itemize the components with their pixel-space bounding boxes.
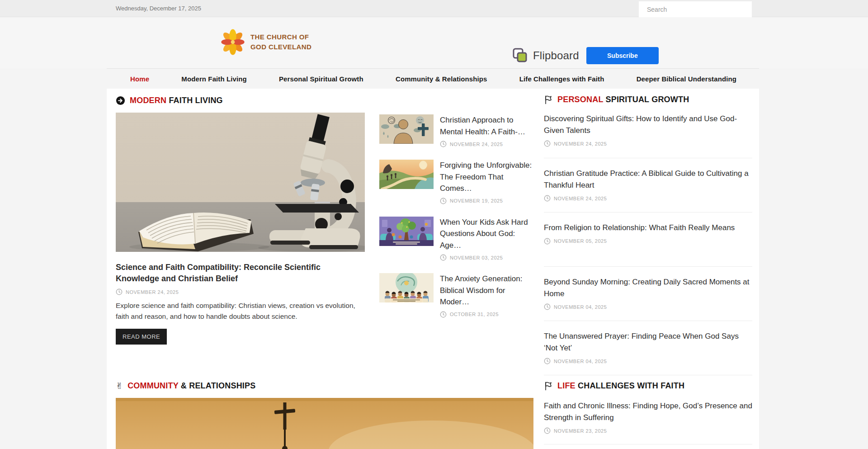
article-dateline: NOVEMBER 04, 2025 — [544, 303, 752, 310]
nav-item-deeper-biblical-understanding[interactable]: Deeper Biblical Understanding — [637, 75, 736, 83]
article-date: NOVEMBER 24, 2025 — [554, 196, 607, 201]
article-date: NOVEMBER 23, 2025 — [554, 428, 607, 434]
site-title-line2: GOD CLEVELAND — [250, 42, 311, 52]
article-dateline: NOVEMBER 24, 2025 — [544, 140, 752, 147]
clock-icon — [440, 254, 447, 261]
list-item[interactable]: Christian Approach to Mental Health: A F… — [379, 114, 535, 147]
list-item[interactable]: From Religion to Relationship: What Fait… — [544, 213, 752, 267]
site-title: THE CHURCH OF GOD CLEVELAND — [250, 32, 311, 52]
featured-article-image[interactable] — [116, 113, 365, 252]
article-title[interactable]: Christian Approach to Mental Health: A F… — [440, 114, 535, 137]
list-item-text: When Your Kids Ask Hard Questions About … — [440, 217, 535, 261]
article-title[interactable]: The Anxiety Generation: Biblical Wisdom … — [440, 273, 535, 308]
site-title-line1: THE CHURCH OF — [250, 32, 311, 42]
clock-icon — [440, 198, 447, 204]
featured-article-dateline: NOVEMBER 24, 2025 — [116, 288, 365, 295]
article-date: NOVEMBER 19, 2025 — [450, 198, 503, 203]
flower-logo-icon — [220, 29, 246, 55]
list-item[interactable]: Discovering Spiritual Gifts: How to Iden… — [544, 113, 752, 158]
section-header: PERSONAL SPIRITUAL GROWTH — [544, 94, 752, 105]
nav-item-personal-spiritual-growth[interactable]: Personal Spiritual Growth — [279, 75, 363, 83]
nav-item-modern-faith-living[interactable]: Modern Faith Living — [181, 75, 246, 83]
section-header: ✌ COMMUNITY & RELATIONSHIPS — [116, 380, 533, 391]
article-dateline: NOVEMBER 05, 2025 — [544, 238, 752, 245]
subscribe-button[interactable]: Subscribe — [586, 47, 659, 64]
article-title[interactable]: Christian Gratitude Practice: A Biblical… — [544, 168, 752, 191]
article-date: NOVEMBER 05, 2025 — [554, 238, 607, 244]
article-date: OCTOBER 31, 2025 — [450, 312, 499, 317]
main-nav: Home Modern Faith Living Personal Spirit… — [107, 68, 759, 89]
flag-icon — [544, 95, 553, 104]
arrow-circle-right-icon — [116, 96, 125, 105]
article-title[interactable]: Faith and Chronic Illness: Finding Hope,… — [544, 400, 752, 423]
section-header: MODERN FAITH LIVING — [116, 95, 365, 106]
victory-hand-icon: ✌ — [116, 382, 123, 390]
list-item-text: Forgiving the Unforgivable: The Freedom … — [440, 160, 535, 204]
article-title[interactable]: Forgiving the Unforgivable: The Freedom … — [440, 160, 535, 194]
clock-icon — [544, 427, 551, 434]
article-date: NOVEMBER 04, 2025 — [554, 304, 607, 310]
article-title[interactable]: Discovering Spiritual Gifts: How to Iden… — [544, 113, 752, 136]
section-title: LIFE CHALLENGES WITH FAITH — [557, 381, 684, 391]
flipboard-squares-icon — [512, 47, 528, 64]
section-title: PERSONAL SPIRITUAL GROWTH — [557, 95, 689, 104]
article-thumbnail[interactable] — [379, 273, 434, 302]
featured-article-excerpt: Explore science and faith compatibility:… — [116, 300, 365, 322]
list-item[interactable]: Forgiving the Unforgivable: The Freedom … — [379, 160, 535, 204]
clock-icon — [440, 311, 447, 318]
article-thumbnail[interactable] — [379, 217, 434, 246]
article-dateline: NOVEMBER 19, 2025 — [440, 198, 535, 204]
article-title[interactable]: The Unanswered Prayer: Finding Peace Whe… — [544, 331, 752, 354]
search-input[interactable] — [639, 1, 752, 17]
list-item[interactable]: The Unanswered Prayer: Finding Peace Whe… — [544, 321, 752, 375]
article-dateline: OCTOBER 31, 2025 — [440, 311, 535, 318]
list-item[interactable]: The Anxiety Generation: Biblical Wisdom … — [379, 273, 535, 318]
list-item[interactable]: When Your Kids Ask Hard Questions About … — [379, 217, 535, 261]
site-logo[interactable]: THE CHURCH OF GOD CLEVELAND — [220, 29, 311, 55]
clock-icon — [544, 358, 551, 364]
article-thumbnail[interactable] — [379, 114, 434, 144]
clock-icon — [544, 238, 551, 245]
featured-article: Science and Faith Compatibility: Reconci… — [116, 262, 365, 345]
article-dateline: NOVEMBER 24, 2025 — [544, 195, 752, 202]
featured-article-title[interactable]: Science and Faith Compatibility: Reconci… — [116, 262, 365, 284]
clock-icon — [116, 288, 123, 295]
list-item[interactable]: Christian Gratitude Practice: A Biblical… — [544, 158, 752, 213]
article-dateline: NOVEMBER 03, 2025 — [440, 254, 535, 261]
clock-icon — [544, 303, 551, 310]
article-title[interactable]: Beyond Sunday Morning: Creating Daily Sa… — [544, 276, 752, 299]
article-dateline: NOVEMBER 04, 2025 — [544, 358, 752, 364]
read-more-button[interactable]: READ MORE — [116, 329, 167, 345]
nav-item-community-relationships[interactable]: Community & Relationships — [396, 75, 487, 83]
current-date: Wednesday, December 17, 2025 — [116, 5, 201, 12]
nav-item-life-challenges[interactable]: Life Challenges with Faith — [519, 75, 604, 83]
flag-icon — [544, 381, 553, 391]
topbar: Wednesday, December 17, 2025 — [0, 0, 868, 17]
article-dateline: NOVEMBER 23, 2025 — [544, 427, 752, 434]
section-life-challenges: LIFE CHALLENGES WITH FAITH Faith and Chr… — [544, 380, 752, 444]
section-personal-spiritual-growth: PERSONAL SPIRITUAL GROWTH Discovering Sp… — [544, 94, 752, 375]
content-panel: MODERN FAITH LIVING — [107, 89, 759, 449]
article-date: NOVEMBER 03, 2025 — [450, 255, 503, 260]
nav-item-home[interactable]: Home — [130, 75, 149, 83]
list-item[interactable]: Beyond Sunday Morning: Creating Daily Sa… — [544, 267, 752, 321]
personal-article-list: Discovering Spiritual Gifts: How to Iden… — [544, 113, 752, 375]
article-thumbnail[interactable] — [379, 160, 434, 189]
article-title[interactable]: From Religion to Relationship: What Fait… — [544, 222, 752, 234]
clock-icon — [440, 141, 447, 147]
article-date: NOVEMBER 24, 2025 — [450, 142, 503, 147]
article-date: NOVEMBER 24, 2025 — [554, 141, 607, 147]
flipboard-label[interactable]: Flipboard — [533, 49, 579, 62]
site-header: THE CHURCH OF GOD CLEVELAND Flipboard Su… — [0, 17, 868, 68]
section-header: LIFE CHALLENGES WITH FAITH — [544, 380, 752, 391]
article-title[interactable]: When Your Kids Ask Hard Questions About … — [440, 217, 535, 251]
article-date: NOVEMBER 04, 2025 — [554, 359, 607, 364]
clock-icon — [544, 195, 551, 202]
featured-article-date: NOVEMBER 24, 2025 — [126, 289, 179, 295]
list-item[interactable]: Faith and Chronic Illness: Finding Hope,… — [544, 400, 752, 444]
clock-icon — [544, 140, 551, 147]
community-article-image[interactable] — [116, 398, 533, 449]
section-title: COMMUNITY & RELATIONSHIPS — [127, 381, 255, 391]
section-modern-faith-living: MODERN FAITH LIVING — [116, 95, 365, 345]
flipboard-area: Flipboard Subscribe — [512, 47, 659, 64]
